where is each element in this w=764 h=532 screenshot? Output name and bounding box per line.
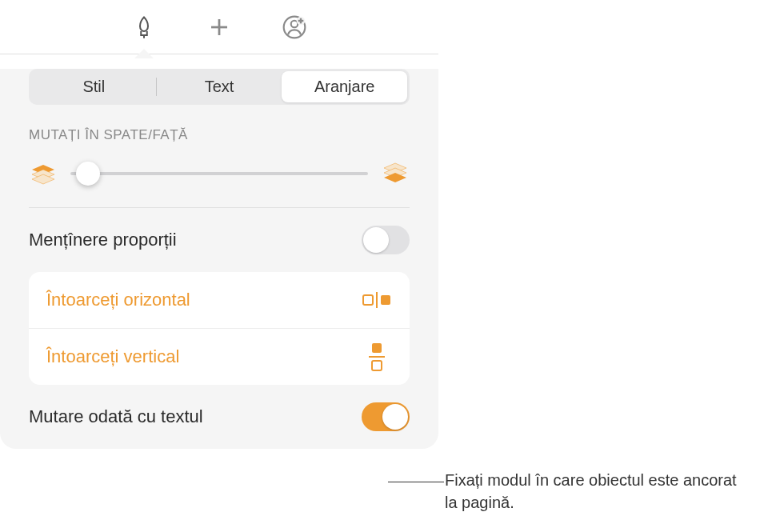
toggle-knob bbox=[382, 404, 408, 430]
slider-thumb[interactable] bbox=[76, 162, 100, 186]
move-to-front-icon[interactable] bbox=[381, 159, 410, 188]
top-toolbar bbox=[0, 0, 438, 54]
tab-arrange[interactable]: Aranjare bbox=[282, 71, 407, 102]
flip-vertical-button[interactable]: Întoarceți vertical bbox=[29, 329, 410, 385]
layering-slider[interactable] bbox=[70, 172, 368, 175]
move-with-text-toggle[interactable] bbox=[362, 402, 410, 431]
flip-horizontal-label: Întoarceți orizontal bbox=[46, 290, 190, 310]
layering-label: MUTAȚI ÎN SPATE/FAȚĂ bbox=[29, 127, 410, 143]
toggle-knob bbox=[363, 227, 389, 253]
svg-rect-12 bbox=[372, 361, 382, 370]
svg-rect-7 bbox=[363, 295, 373, 305]
move-with-text-row: Mutare odată cu textul bbox=[29, 385, 410, 449]
inspector-panel: Stil Text Aranjare MUTAȚI ÎN SPATE/FAȚĂ … bbox=[0, 69, 438, 449]
svg-rect-10 bbox=[372, 343, 382, 353]
proportions-label: Mențînere proporții bbox=[29, 230, 177, 250]
tab-style[interactable]: Stil bbox=[31, 71, 157, 102]
person-add-icon[interactable] bbox=[281, 14, 308, 41]
flip-vertical-icon bbox=[362, 345, 392, 369]
svg-rect-9 bbox=[381, 295, 390, 305]
proportions-toggle[interactable] bbox=[362, 226, 410, 254]
flip-vertical-label: Întoarceți vertical bbox=[46, 346, 179, 367]
tab-bar: Stil Text Aranjare bbox=[29, 69, 410, 105]
brush-icon[interactable] bbox=[130, 14, 158, 41]
layering-slider-row bbox=[29, 153, 410, 208]
proportions-row: Mențînere proporții bbox=[29, 208, 410, 272]
flip-horizontal-icon bbox=[362, 288, 392, 312]
flip-horizontal-button[interactable]: Întoarceți orizontal bbox=[29, 272, 410, 329]
move-to-back-icon[interactable] bbox=[29, 159, 58, 188]
tab-text[interactable]: Text bbox=[157, 71, 282, 102]
plus-icon[interactable] bbox=[206, 14, 233, 41]
flip-actions: Întoarceți orizontal Întoarceți vertical bbox=[29, 272, 410, 385]
move-with-text-label: Mutare odată cu textul bbox=[29, 406, 203, 427]
annotation-leader-line bbox=[388, 482, 444, 482]
annotation-text: Fixați modul în care obiectul este ancor… bbox=[445, 469, 749, 514]
